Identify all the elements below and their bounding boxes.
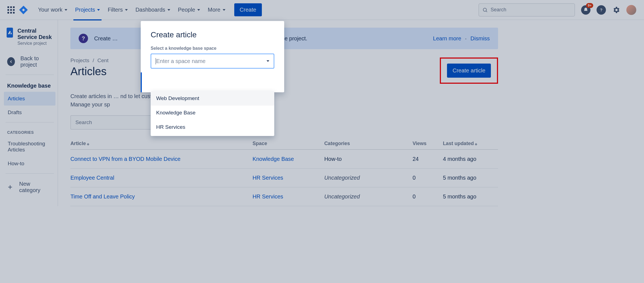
new-category-button[interactable]: + New category — [4, 176, 55, 198]
global-search-input[interactable]: Search — [478, 3, 575, 17]
create-article-highlight: Create article — [440, 57, 498, 84]
nav-item-your-work[interactable]: Your work — [34, 4, 71, 16]
chevron-down-icon — [65, 9, 67, 11]
articles-table: Article◆ Space Categories Views Last upd… — [70, 141, 498, 206]
categories-label: CATEGORIES — [4, 125, 55, 137]
project-subtitle: Service project — [17, 41, 53, 46]
sidebar-category-item[interactable]: How-to — [4, 157, 55, 171]
table-row: Time Off and Leave PolicyHR ServicesUnca… — [70, 187, 498, 206]
category-cell: Uncategorized — [324, 193, 413, 200]
settings-icon[interactable] — [612, 6, 620, 14]
category-cell: Uncategorized — [324, 175, 413, 181]
modal-title: Create article — [151, 30, 274, 39]
help-icon[interactable]: ? — [597, 5, 606, 15]
svg-point-0 — [483, 8, 486, 11]
chevron-down-icon — [97, 9, 100, 11]
space-link[interactable]: HR Services — [252, 193, 324, 200]
info-banner: ? Create … …ing your service project. Le… — [70, 28, 498, 49]
nav-item-people[interactable]: People — [174, 4, 204, 16]
views-cell: 0 — [413, 175, 443, 181]
info-icon: ? — [79, 34, 88, 43]
table-header-row: Article◆ Space Categories Views Last upd… — [70, 141, 498, 150]
chevron-down-icon — [197, 9, 200, 11]
sort-icon: ◆ — [87, 142, 89, 146]
user-avatar[interactable] — [626, 5, 636, 15]
breadcrumb-item[interactable]: Projects — [70, 57, 89, 64]
sidebar-item-articles[interactable]: Articles — [4, 92, 55, 106]
views-cell: 24 — [413, 156, 443, 162]
project-header[interactable]: Central Service Desk Service project — [4, 27, 55, 51]
notifications-icon[interactable]: 9+ — [581, 5, 590, 15]
updated-cell: 5 months ago — [443, 175, 498, 181]
sidebar-item-drafts[interactable]: Drafts — [4, 106, 55, 119]
article-link[interactable]: Employee Central — [70, 175, 252, 181]
search-placeholder: Search — [491, 7, 506, 13]
nav-item-dashboards[interactable]: Dashboards — [132, 4, 174, 16]
views-cell: 0 — [413, 193, 443, 200]
space-link[interactable]: Knowledge Base — [252, 156, 324, 162]
space-field-label: Select a knowledge base space — [151, 46, 274, 51]
column-header[interactable]: Categories — [324, 141, 413, 146]
space-link[interactable]: HR Services — [252, 175, 324, 181]
category-cell: How-to — [324, 156, 413, 162]
project-title: Central Service Desk — [17, 28, 53, 40]
sidebar: Central Service Desk Service project Bac… — [0, 20, 58, 206]
nav-item-more[interactable]: More — [204, 4, 229, 16]
create-article-modal: Create article Select a knowledge base s… — [141, 21, 284, 92]
chevron-down-icon — [125, 9, 128, 11]
breadcrumb: Projects / Cent — [70, 57, 108, 64]
dropdown-option[interactable]: Knowledge Base — [151, 106, 274, 120]
table-row: Employee CentralHR ServicesUncategorized… — [70, 169, 498, 187]
column-header[interactable]: Space — [252, 141, 324, 146]
article-link[interactable]: Connect to VPN from a BYOD Mobile Device — [70, 156, 252, 162]
updated-cell: 4 months ago — [443, 156, 498, 162]
space-select-input[interactable]: Enter a space name — [151, 54, 274, 69]
notification-badge: 9+ — [586, 3, 593, 8]
dropdown-option[interactable]: Web Development — [151, 91, 274, 106]
dropdown-option[interactable]: HR Services — [151, 120, 274, 134]
article-link[interactable]: Time Off and Leave Policy — [70, 193, 252, 200]
svg-line-1 — [486, 11, 487, 12]
top-navigation: Your workProjectsFiltersDashboardsPeople… — [0, 0, 644, 20]
main-content: ? Create … …ing your service project. Le… — [58, 20, 510, 206]
project-icon — [7, 28, 13, 38]
app-switcher-icon[interactable] — [7, 6, 15, 14]
table-row: Connect to VPN from a BYOD Mobile Device… — [70, 150, 498, 169]
sidebar-category-item[interactable]: Troubleshooting Articles — [4, 137, 55, 157]
breadcrumb-item[interactable]: Cent — [97, 57, 108, 64]
plus-icon: + — [7, 183, 13, 192]
page-description: Create articles in … nd to let customers… — [70, 92, 498, 109]
create-article-button[interactable]: Create article — [447, 64, 491, 78]
kb-heading[interactable]: Knowledge base — [4, 78, 55, 92]
space-dropdown-menu: Web DevelopmentKnowledge BaseHR Services — [151, 91, 274, 136]
back-arrow-icon — [7, 57, 15, 66]
column-header[interactable]: Article — [70, 141, 86, 146]
nav-item-filters[interactable]: Filters — [104, 4, 131, 16]
learn-more-link[interactable]: Learn more — [433, 35, 461, 42]
column-header[interactable]: Views — [413, 141, 443, 146]
page-title: Articles — [70, 65, 108, 78]
chevron-down-icon — [167, 9, 170, 11]
chevron-down-icon — [267, 60, 269, 62]
column-header[interactable]: Last updated — [443, 141, 474, 146]
sort-icon: ◆ — [475, 142, 477, 146]
nav-item-projects[interactable]: Projects — [71, 4, 104, 16]
jira-logo-icon[interactable] — [19, 5, 28, 15]
chevron-down-icon — [223, 9, 225, 11]
updated-cell: 5 months ago — [443, 193, 498, 200]
dismiss-link[interactable]: Dismiss — [470, 35, 490, 42]
back-to-project-link[interactable]: Back to project — [4, 51, 55, 72]
create-button[interactable]: Create — [234, 3, 262, 16]
